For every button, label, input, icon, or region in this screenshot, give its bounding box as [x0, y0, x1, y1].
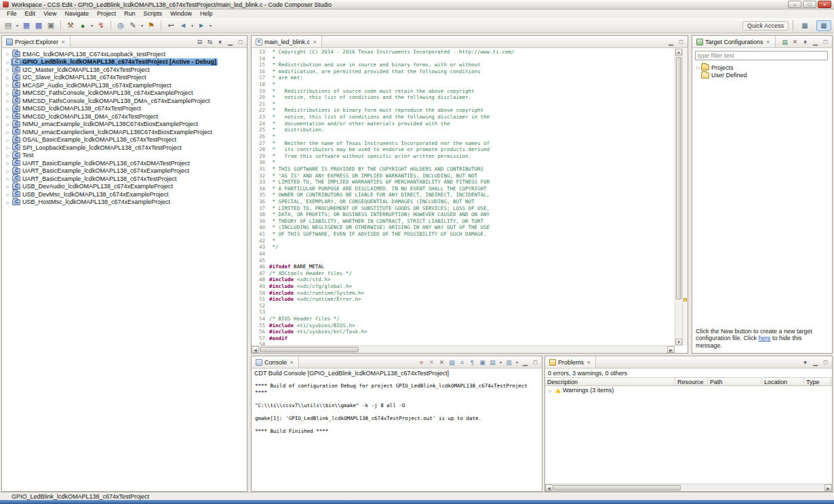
project-item[interactable]: MMCSD_FatfsConsole_lcdkOMAPL138_DMA_c674… [2, 97, 247, 105]
search-icon[interactable] [115, 20, 126, 31]
maximize-icon[interactable] [531, 358, 540, 366]
word-wrap-icon[interactable] [468, 358, 477, 366]
remove-launch-icon[interactable] [427, 358, 436, 366]
view-menu-icon[interactable] [801, 358, 810, 366]
hide-message-link[interactable]: here [759, 335, 771, 341]
project-item[interactable]: I2C_Master_lcdkOMAPL138_c674xTestProject [2, 66, 247, 74]
dropdown-arrow-icon[interactable] [515, 360, 519, 364]
expander-icon[interactable] [5, 98, 11, 103]
project-item[interactable]: MMCSD_lcdkOMAPL138_c674xTestProject [2, 105, 247, 113]
dropdown-arrow-icon[interactable] [190, 23, 195, 28]
project-item[interactable]: NIMU_emacExample_lcdkOMAPL138C674xBiosEx… [2, 121, 247, 129]
problems-row[interactable]: Warnings (3 items) [545, 386, 832, 394]
close-icon[interactable] [766, 39, 771, 45]
delete-target-icon[interactable] [791, 37, 799, 46]
column-header-path[interactable]: Path [708, 378, 762, 385]
expander-icon[interactable] [547, 388, 553, 393]
tab-project-explorer[interactable]: Project Explorer [2, 36, 71, 47]
project-item[interactable]: OSAL_BasicExample_lcdkOMAPL138_c674xTest… [2, 136, 247, 144]
expander-icon[interactable] [5, 106, 11, 111]
target-tree-item[interactable]: User Defined [692, 72, 832, 80]
problems-h-scroll-thumb[interactable] [553, 485, 681, 490]
console-output[interactable]: **** Build of configuration Debug for pr… [252, 377, 542, 435]
dropdown-arrow-icon[interactable] [498, 360, 503, 364]
expander-icon[interactable] [5, 51, 11, 56]
close-icon[interactable] [289, 359, 294, 366]
minimize-icon[interactable] [667, 37, 675, 46]
maximize-icon[interactable] [821, 37, 830, 46]
minimize-icon[interactable] [811, 358, 820, 366]
expander-icon[interactable] [5, 114, 11, 119]
minimize-icon[interactable] [521, 358, 530, 366]
minimize-window-button[interactable]: – [788, 1, 801, 8]
code-area[interactable]: 13 * Copyright (C) 2014 - 2016 Texas Ins… [252, 49, 675, 345]
dropdown-arrow-icon[interactable] [90, 23, 94, 28]
view-menu-icon[interactable] [801, 37, 810, 46]
forward-icon[interactable] [196, 20, 207, 31]
menu-item-view[interactable]: View [39, 9, 60, 18]
maximize-window-button[interactable]: □ [803, 1, 816, 8]
close-icon[interactable] [586, 359, 591, 366]
close-icon[interactable] [312, 39, 317, 45]
project-item[interactable]: USB_DevAudio_lcdkOMAPL138_c674xExamplePr… [2, 183, 247, 191]
save-all-icon[interactable] [33, 20, 44, 31]
tab-console[interactable]: Console [252, 356, 299, 368]
menu-item-navigate[interactable]: Navigate [60, 9, 93, 18]
dropdown-arrow-icon[interactable] [140, 23, 144, 28]
menu-item-window[interactable]: Window [166, 9, 196, 18]
project-item[interactable]: MMCSD_lcdkOMAPL138_DMA_c674xTestProject [2, 112, 247, 121]
menu-item-project[interactable]: Project [93, 9, 120, 18]
expander-icon[interactable] [5, 138, 11, 142]
project-item[interactable]: MMCSD_FatfsConsole_lcdkOMAPL138_c674xExa… [2, 89, 247, 98]
expander-icon[interactable] [5, 83, 11, 87]
project-item[interactable]: USB_HostMsc_lcdkOMAPL138_c674xExamplePro… [2, 198, 247, 207]
menu-item-run[interactable]: Run [120, 9, 140, 18]
link-editor-icon[interactable] [205, 37, 214, 46]
scroll-right-icon[interactable]: ▶ [825, 484, 832, 491]
tab-problems[interactable]: Problems [545, 356, 596, 368]
project-item[interactable]: I2C_Slave_lcdkOMAPL138_c674xTestProject [2, 74, 247, 82]
menu-item-help[interactable]: Help [196, 9, 217, 18]
print-icon[interactable] [45, 20, 56, 31]
project-item[interactable]: EMAC_lcdkOMAPL138_C674xLoopback_testProj… [2, 50, 247, 58]
view-menu-icon[interactable] [216, 37, 224, 46]
debug-icon[interactable] [77, 20, 88, 31]
project-item[interactable]: MCASP_Audio_lcdkOMAPL138_c674xExamplePro… [2, 81, 247, 89]
menu-item-edit[interactable]: Edit [21, 9, 40, 18]
editor-h-scrollbar[interactable]: ◀ ▶ [252, 345, 675, 353]
collapse-all-icon[interactable] [195, 37, 204, 46]
close-window-button[interactable]: × [818, 1, 831, 8]
pin-console-icon[interactable] [478, 358, 487, 366]
open-console-icon[interactable] [504, 358, 513, 366]
maximize-icon[interactable] [677, 37, 686, 46]
expander-icon[interactable] [5, 192, 11, 196]
column-header-type[interactable]: Type [804, 378, 831, 385]
last-edit-location-icon[interactable] [165, 20, 176, 31]
expander-icon[interactable] [695, 65, 701, 70]
column-header-resource[interactable]: Resource [675, 378, 708, 385]
project-item[interactable]: UART_BasicExample_lcdkOMAPL138_c674xTest… [2, 175, 247, 183]
warning-marker[interactable] [683, 298, 687, 301]
editor-h-scroll-thumb[interactable] [260, 347, 359, 352]
expander-icon[interactable] [5, 161, 11, 165]
editor-v-scroll-thumb[interactable] [676, 57, 681, 299]
expander-icon[interactable] [5, 176, 11, 181]
dropdown-arrow-icon[interactable] [208, 23, 213, 28]
project-item[interactable]: GPIO_LedBlink_lcdkOMAPL138_c674xTestProj… [2, 58, 247, 66]
expander-icon[interactable] [5, 67, 11, 72]
project-item[interactable]: Test [2, 152, 247, 160]
expander-icon[interactable] [5, 122, 11, 127]
expander-icon[interactable] [5, 75, 11, 80]
build-icon[interactable] [65, 20, 76, 31]
scroll-lock-icon[interactable] [458, 358, 466, 366]
remove-all-launches-icon[interactable] [437, 358, 446, 366]
scroll-left-icon[interactable]: ◀ [545, 484, 553, 491]
pencil-icon[interactable] [127, 20, 138, 31]
display-console-icon[interactable] [488, 358, 497, 366]
scroll-down-icon[interactable]: ▼ [675, 339, 682, 345]
expander-icon[interactable] [5, 145, 11, 150]
project-item[interactable]: UART_BasicExample_lcdkOMAPL138_c674xDMAT… [2, 159, 247, 167]
tab-target-configurations[interactable]: Target Configurations [692, 36, 776, 47]
tab-main-led-blink-c[interactable]: main_led_blink.c [252, 36, 322, 47]
problems-h-scrollbar[interactable]: ◀ ▶ [545, 484, 832, 491]
